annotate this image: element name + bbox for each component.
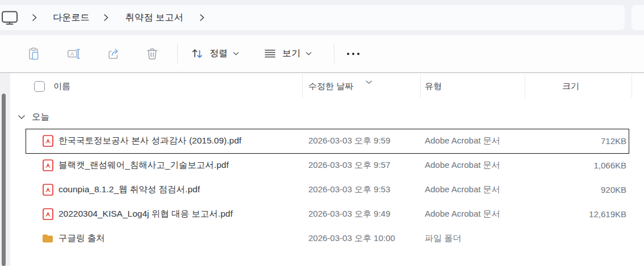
file-size-cell: 12,619KB bbox=[525, 202, 632, 226]
file-type-label: Adobe Acrobat 문서 bbox=[425, 136, 500, 146]
share-icon bbox=[107, 47, 120, 61]
file-row[interactable]: 한국국토정보공사 본사 성과감사 (2015.09).pdf 2026-03-0… bbox=[10, 129, 644, 153]
file-name-cell[interactable]: 20220304_KISA_Log4j 위협 대응 보고서.pdf bbox=[10, 202, 303, 226]
file-date-cell: 2026-03-03 오후 9:53 bbox=[303, 178, 421, 202]
file-size-cell: 1,066KB bbox=[525, 153, 632, 178]
toolbar-divider bbox=[334, 44, 334, 64]
sort-ascending-caret-icon bbox=[365, 77, 373, 87]
file-type-cell: Adobe Acrobat 문서 bbox=[421, 129, 525, 153]
file-date-cell: 2026-03-03 오후 9:49 bbox=[303, 202, 421, 226]
view-list-icon bbox=[264, 47, 277, 60]
file-name-label: 블랙캣_랜섬웨어_침해사고_기술보고서.pdf bbox=[58, 159, 229, 171]
breadcrumb-chevron-icon[interactable] bbox=[32, 14, 37, 22]
breadcrumb-item-downloads[interactable]: 다운로드 bbox=[53, 12, 90, 24]
view-button[interactable]: 보기 bbox=[264, 43, 312, 65]
address-bar: 다운로드 취약점 보고서 bbox=[0, 0, 644, 35]
file-type-label: 파일 폴더 bbox=[425, 233, 461, 244]
file-name-cell[interactable]: 블랙캣_랜섬웨어_침해사고_기술보고서.pdf bbox=[10, 153, 303, 178]
file-date-label: 2026-03-03 오후 9:53 bbox=[308, 184, 390, 195]
file-type-label: Adobe Acrobat 문서 bbox=[425, 209, 500, 219]
sort-arrows-icon bbox=[191, 47, 204, 60]
search-box[interactable] bbox=[632, 5, 644, 30]
chevron-down-icon bbox=[233, 52, 239, 56]
file-size-cell: 920KB bbox=[525, 178, 632, 202]
column-header-row: 이름 수정한 날짜 유형 크기 bbox=[10, 74, 644, 98]
file-row[interactable]: 20220304_KISA_Log4j 위협 대응 보고서.pdf 2026-0… bbox=[10, 202, 644, 226]
column-header-type[interactable]: 유형 bbox=[421, 74, 525, 98]
file-date-cell: 2026-03-03 오후 10:00 bbox=[303, 226, 421, 251]
this-pc-monitor-icon[interactable] bbox=[1, 10, 18, 26]
column-header-name[interactable]: 이름 bbox=[10, 74, 303, 98]
file-type-cell: Adobe Acrobat 문서 bbox=[421, 202, 525, 226]
file-name-cell[interactable]: 한국국토정보공사 본사 성과감사 (2015.09).pdf bbox=[10, 129, 303, 153]
column-header-size[interactable]: 크기 bbox=[525, 74, 632, 98]
pdf-file-icon bbox=[42, 135, 53, 147]
trash-icon bbox=[145, 47, 159, 61]
file-size-label: 920KB bbox=[601, 185, 626, 195]
sort-button[interactable]: 정렬 bbox=[191, 43, 239, 65]
share-button[interactable] bbox=[102, 43, 125, 65]
left-pane-gutter bbox=[0, 73, 10, 266]
file-date-label: 2026-03-03 오후 10:00 bbox=[308, 233, 395, 244]
view-button-label: 보기 bbox=[282, 48, 300, 60]
file-type-label: Adobe Acrobat 문서 bbox=[425, 184, 500, 195]
file-name-cell[interactable]: counpia_8.1.2_웹 취약성 점검서.pdf bbox=[10, 178, 303, 202]
file-date-label: 2026-03-03 오후 9:49 bbox=[308, 209, 390, 219]
file-type-cell: Adobe Acrobat 문서 bbox=[421, 178, 525, 202]
folder-icon bbox=[42, 233, 53, 244]
command-toolbar: A 정렬 보기 bbox=[0, 35, 644, 73]
more-options-button[interactable] bbox=[342, 43, 365, 65]
column-header-date-label: 수정한 날짜 bbox=[308, 81, 353, 92]
file-name-label: 20220304_KISA_Log4j 위협 대응 보고서.pdf bbox=[58, 208, 233, 220]
group-header-today[interactable]: 오늘 bbox=[10, 109, 49, 125]
select-all-checkbox[interactable] bbox=[34, 81, 45, 92]
paste-icon bbox=[27, 47, 41, 61]
file-type-cell: 파일 폴더 bbox=[421, 226, 525, 251]
column-header-name-label: 이름 bbox=[53, 81, 70, 92]
paste-button[interactable] bbox=[23, 43, 45, 65]
breadcrumb-chevron-icon[interactable] bbox=[103, 14, 108, 22]
address-breadcrumb-field[interactable]: 다운로드 취약점 보고서 bbox=[0, 5, 625, 30]
file-rows: 한국국토정보공사 본사 성과감사 (2015.09).pdf 2026-03-0… bbox=[10, 129, 644, 251]
file-date-label: 2026-03-03 오후 9:59 bbox=[308, 136, 390, 146]
toolbar-divider bbox=[177, 44, 178, 64]
file-type-label: Adobe Acrobat 문서 bbox=[425, 160, 500, 171]
column-header-size-label: 크기 bbox=[562, 81, 579, 92]
file-list-area: 이름 수정한 날짜 유형 크기 오늘 bbox=[10, 73, 644, 266]
file-name-label: 한국국토정보공사 본사 성과감사 (2015.09).pdf bbox=[58, 135, 241, 147]
file-size-label: 712KB bbox=[601, 136, 626, 146]
file-size-label: 12,619KB bbox=[589, 209, 626, 219]
group-collapse-chevron-icon[interactable] bbox=[18, 115, 26, 120]
column-header-type-label: 유형 bbox=[425, 81, 442, 92]
file-date-cell: 2026-03-03 오후 9:59 bbox=[303, 129, 421, 153]
chevron-down-icon bbox=[306, 52, 312, 56]
breadcrumb-chevron-icon[interactable] bbox=[199, 14, 204, 22]
file-name-label: 구글링 출처 bbox=[58, 233, 105, 244]
sort-button-label: 정렬 bbox=[210, 48, 228, 60]
file-name-cell[interactable]: 구글링 출처 bbox=[10, 226, 303, 251]
file-row[interactable]: counpia_8.1.2_웹 취약성 점검서.pdf 2026-03-03 오… bbox=[10, 178, 644, 202]
pdf-file-icon bbox=[42, 159, 53, 171]
file-row[interactable]: 블랙캣_랜섬웨어_침해사고_기술보고서.pdf 2026-03-03 오후 9:… bbox=[10, 153, 644, 178]
file-size-cell: 712KB bbox=[525, 129, 632, 153]
file-date-label: 2026-03-03 오후 9:57 bbox=[308, 160, 390, 171]
file-size-cell bbox=[525, 226, 632, 251]
file-name-label: counpia_8.1.2_웹 취약성 점검서.pdf bbox=[58, 184, 200, 196]
column-header-date[interactable]: 수정한 날짜 bbox=[303, 74, 421, 98]
file-row[interactable]: 구글링 출처 2026-03-03 오후 10:00 파일 폴더 bbox=[10, 226, 644, 251]
rename-icon: A bbox=[67, 47, 81, 61]
file-size-label: 1,066KB bbox=[593, 161, 626, 170]
delete-button[interactable] bbox=[141, 43, 164, 65]
file-type-cell: Adobe Acrobat 문서 bbox=[421, 153, 525, 178]
svg-text:A: A bbox=[70, 50, 74, 57]
column-header-spacer bbox=[632, 74, 644, 98]
group-header-label: 오늘 bbox=[32, 111, 49, 123]
rename-button[interactable]: A bbox=[62, 43, 85, 65]
vertical-scrollbar-thumb[interactable] bbox=[2, 94, 6, 266]
pdf-file-icon bbox=[42, 208, 53, 220]
file-date-cell: 2026-03-03 오후 9:57 bbox=[303, 153, 421, 178]
breadcrumb-item-vuln-reports[interactable]: 취약점 보고서 bbox=[126, 12, 183, 24]
pdf-file-icon bbox=[42, 184, 53, 196]
ellipsis-icon bbox=[346, 52, 361, 56]
